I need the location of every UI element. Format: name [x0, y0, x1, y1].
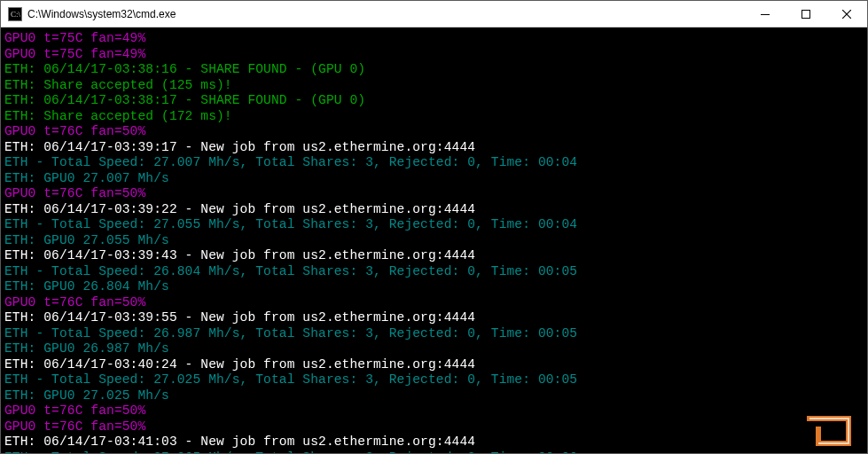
terminal-line: ETH - Total Speed: 27.025 Mh/s, Total Sh… [4, 372, 867, 388]
window-title: C:\Windows\system32\cmd.exe [27, 8, 745, 20]
terminal-line: ETH: 06/14/17-03:40:24 - New job from us… [4, 357, 867, 373]
cmd-icon: C:\ [8, 7, 22, 21]
terminal-line: GPU0 t=76C fan=50% [4, 186, 867, 202]
terminal-line: ETH: GPU0 27.025 Mh/s [4, 388, 867, 404]
terminal-line: GPU0 t=76C fan=50% [4, 295, 867, 311]
terminal-line: ETH: 06/14/17-03:41:03 - New job from us… [4, 434, 867, 450]
terminal-line: ETH: GPU0 26.987 Mh/s [4, 341, 867, 357]
window-controls [745, 1, 867, 27]
terminal-line: ETH - Total Speed: 27.055 Mh/s, Total Sh… [4, 217, 867, 233]
terminal-line: ETH: GPU0 26.804 Mh/s [4, 279, 867, 295]
terminal-line: GPU0 t=75C fan=49% [4, 47, 867, 63]
close-icon [842, 10, 851, 19]
svg-rect-4 [802, 10, 810, 18]
terminal-line: ETH: 06/14/17-03:39:43 - New job from us… [4, 248, 867, 264]
terminal-line: GPU0 t=76C fan=50% [4, 124, 867, 140]
terminal-line: ETH: 06/14/17-03:39:17 - New job from us… [4, 140, 867, 156]
cmd-window: C:\ C:\Windows\system32\cmd.exe GPU0 t=7… [0, 0, 868, 454]
terminal-line: ETH: 06/14/17-03:38:17 - SHARE FOUND - (… [4, 93, 867, 109]
terminal-line: ETH: 06/14/17-03:38:16 - SHARE FOUND - (… [4, 62, 867, 78]
titlebar[interactable]: C:\ C:\Windows\system32\cmd.exe [1, 1, 867, 27]
svg-text:C:\: C:\ [11, 10, 21, 19]
minimize-icon [761, 10, 770, 19]
terminal-line: ETH: GPU0 27.007 Mh/s [4, 171, 867, 187]
terminal-line: ETH: Share accepted (125 ms)! [4, 78, 867, 94]
terminal-line: ETH - Total Speed: 26.987 Mh/s, Total Sh… [4, 326, 867, 342]
maximize-icon [802, 10, 810, 19]
terminal-line: ETH: 06/14/17-03:39:22 - New job from us… [4, 202, 867, 218]
terminal-line: GPU0 t=76C fan=50% [4, 419, 867, 435]
terminal-line: ETH - Total Speed: 27.065 Mh/s, Total Sh… [4, 450, 867, 454]
terminal-line: ETH: 06/14/17-03:39:55 - New job from us… [4, 310, 867, 326]
close-button[interactable] [826, 1, 867, 27]
svg-rect-3 [761, 14, 770, 15]
terminal-line: GPU0 t=75C fan=49% [4, 31, 867, 47]
minimize-button[interactable] [745, 1, 786, 27]
terminal-line: ETH - Total Speed: 27.007 Mh/s, Total Sh… [4, 155, 867, 171]
maximize-button[interactable] [786, 1, 826, 27]
terminal-line: GPU0 t=76C fan=50% [4, 403, 867, 419]
terminal-line: ETH: GPU0 27.055 Mh/s [4, 233, 867, 249]
terminal-line: ETH: Share accepted (172 ms)! [4, 109, 867, 125]
terminal-output[interactable]: GPU0 t=75C fan=49%GPU0 t=75C fan=49%ETH:… [1, 27, 867, 453]
terminal-line: ETH - Total Speed: 26.804 Mh/s, Total Sh… [4, 264, 867, 280]
